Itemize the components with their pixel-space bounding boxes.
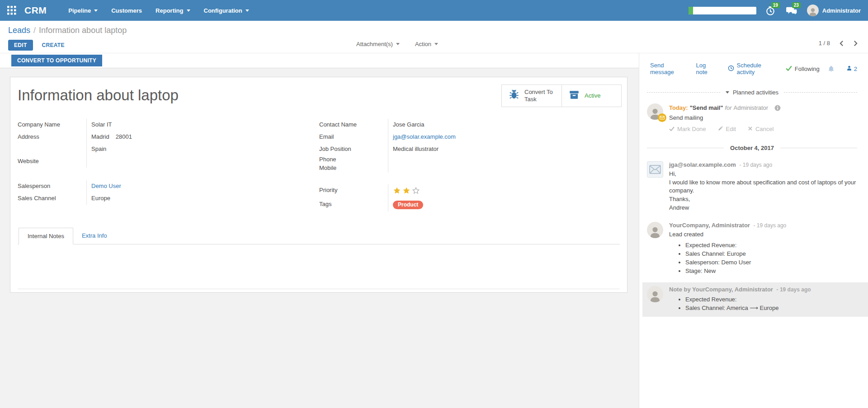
follower-person-icon <box>846 65 852 72</box>
message-note: Note by YourCompany, Administrator - 19 … <box>642 282 868 317</box>
tracking-values-list: Expected Revenue: Sales Channel: America… <box>669 295 862 312</box>
menu-pipeline[interactable]: Pipeline <box>68 7 98 14</box>
address-city-zip: Madrid28001 <box>86 131 298 143</box>
email-link[interactable]: jga@solar.example.com <box>393 133 456 140</box>
star-empty-icon[interactable] <box>412 187 420 196</box>
planned-activity-item: Today: "Send mail" for Administrator Sen… <box>647 103 857 132</box>
sales-channel-value: Europe <box>86 192 298 205</box>
check-icon <box>786 66 792 72</box>
message-sender[interactable]: YourCompany, Administrator <box>669 222 750 229</box>
planned-activities-divider: Planned activities <box>647 89 857 96</box>
timer-progress-bar[interactable] <box>689 7 756 14</box>
followers-button[interactable]: 2 <box>846 65 857 72</box>
tab-extra-info[interactable]: Extra Info <box>73 228 116 244</box>
action-dropdown[interactable]: Action <box>415 41 438 47</box>
activity-due: Today: <box>669 104 688 111</box>
message-timestamp: - 19 days ago <box>754 222 787 229</box>
schedule-activity-button[interactable]: Schedule activity <box>728 62 774 75</box>
message-timestamp: - 19 days ago <box>739 162 772 168</box>
crm-lead-form-page: CRM Pipeline Customers Reporting Configu… <box>0 0 868 408</box>
website-value <box>86 155 298 168</box>
active-label: Active <box>585 92 600 99</box>
record-pager: 1 / 8 <box>819 40 858 47</box>
attachments-dropdown[interactable]: Attachment(s) <box>356 41 400 47</box>
check-icon <box>669 126 675 132</box>
x-icon <box>748 126 753 132</box>
star-filled-icon[interactable] <box>393 187 401 196</box>
tags-value: Product <box>388 198 618 211</box>
contact-name-label: Contact Name <box>319 119 388 131</box>
stat-button-box: Convert ToTask Active <box>501 84 622 107</box>
caret-down-icon <box>94 9 98 12</box>
following-button[interactable]: Following <box>786 66 820 72</box>
activity-clock-icon[interactable]: 19 <box>765 5 777 16</box>
date-divider: October 4, 2017 <box>647 145 857 151</box>
message-sender[interactable]: jga@solar.example.com <box>669 161 736 168</box>
breadcrumb-leads-link[interactable]: Leads <box>8 26 30 35</box>
priority-tags-group: Priority Tags Product <box>319 184 618 211</box>
chatter-panel: Send message Log note Schedule activity … <box>639 53 868 408</box>
log-note-button[interactable]: Log note <box>696 62 716 75</box>
job-position-label: Job Position <box>319 143 388 155</box>
activity-summary: "Send mail" <box>690 104 723 111</box>
internal-notes-panel <box>18 244 620 289</box>
clock-icon <box>728 65 734 73</box>
address-label: Address <box>18 131 86 143</box>
edit-activity-button[interactable]: Edit <box>718 126 736 132</box>
create-button[interactable]: CREATE <box>42 42 65 48</box>
info-icon[interactable] <box>774 105 781 111</box>
apps-grid-icon[interactable] <box>7 5 17 15</box>
convert-to-task-label: Convert ToTask <box>524 89 553 103</box>
email-activity-badge-icon <box>658 113 666 122</box>
form-sheet: Information about laptop Convert ToTask … <box>10 77 627 293</box>
timer-progress-fill <box>689 7 693 14</box>
archive-box-icon <box>568 89 580 103</box>
activity-detail: Send mailing <box>669 114 781 121</box>
send-message-button[interactable]: Send message <box>650 62 684 75</box>
salesperson-link[interactable]: Demo User <box>91 183 121 189</box>
mark-done-button[interactable]: Mark Done <box>669 126 706 132</box>
breadcrumb-separator: / <box>33 26 36 35</box>
cancel-activity-button[interactable]: Cancel <box>748 126 774 132</box>
active-toggle-button[interactable]: Active <box>561 85 621 107</box>
menu-configuration[interactable]: Configuration <box>204 7 249 14</box>
contact-name-value: Jose Garcia <box>388 119 618 131</box>
message-body: Hi, I would like to know more about spec… <box>669 170 857 212</box>
menu-reporting[interactable]: Reporting <box>156 7 190 14</box>
salesperson-value: Demo User <box>86 180 298 192</box>
activity-assignee: Administrator <box>734 104 769 111</box>
website-label: Website <box>18 155 86 168</box>
tab-internal-notes[interactable]: Internal Notes <box>19 228 73 244</box>
mobile-value <box>388 164 618 173</box>
tag-product[interactable]: Product <box>393 201 423 209</box>
email-label: Email <box>319 131 388 143</box>
messages-chat-icon[interactable]: 23 <box>786 5 798 16</box>
message-sender[interactable]: Note by YourCompany, Administrator <box>669 286 773 293</box>
activity-count-badge: 19 <box>771 2 780 8</box>
convert-to-opportunity-button[interactable]: CONVERT TO OPPORTUNITY <box>11 55 102 66</box>
caret-down-icon <box>245 9 249 12</box>
envelope-icon <box>647 161 663 178</box>
caret-down-icon <box>434 43 438 45</box>
company-address-group: Company Name Solar IT Address Madrid2800… <box>18 119 298 168</box>
bug-icon <box>508 89 520 103</box>
planned-activities-toggle[interactable]: Planned activities <box>726 89 778 96</box>
pager-next-button[interactable] <box>853 40 858 47</box>
star-filled-icon[interactable] <box>402 187 410 196</box>
pencil-icon <box>718 126 723 132</box>
sales-group: Salesperson Demo User Sales Channel Euro… <box>18 180 298 205</box>
caret-down-icon <box>187 9 190 12</box>
main-menu: Pipeline Customers Reporting Configurati… <box>68 7 249 14</box>
form-statusbar: CONVERT TO OPPORTUNITY <box>0 53 639 68</box>
pager-previous-button[interactable] <box>839 40 844 47</box>
address-country: Spain <box>86 143 298 155</box>
convert-to-task-button[interactable]: Convert ToTask <box>502 85 561 107</box>
bell-icon[interactable] <box>828 65 835 72</box>
message-timestamp: - 19 days ago <box>777 286 811 293</box>
edit-button[interactable]: EDIT <box>8 40 33 51</box>
control-panel: Leads/Information about laptop EDIT CREA… <box>0 21 868 53</box>
menu-customers[interactable]: Customers <box>111 7 142 14</box>
message-email: jga@solar.example.com - 19 days ago Hi, … <box>647 161 857 212</box>
user-avatar <box>807 5 819 16</box>
user-menu[interactable]: Administrator <box>807 5 861 16</box>
